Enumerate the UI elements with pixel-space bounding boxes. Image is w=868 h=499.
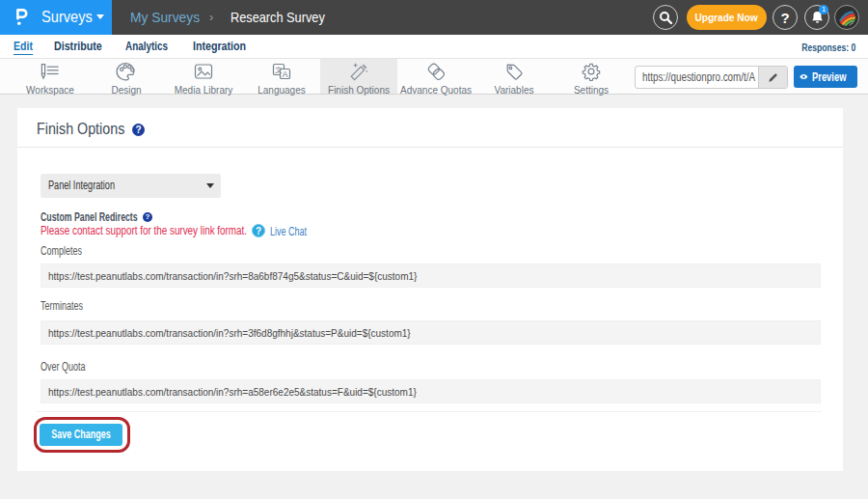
svg-text:A: A [283, 69, 288, 79]
